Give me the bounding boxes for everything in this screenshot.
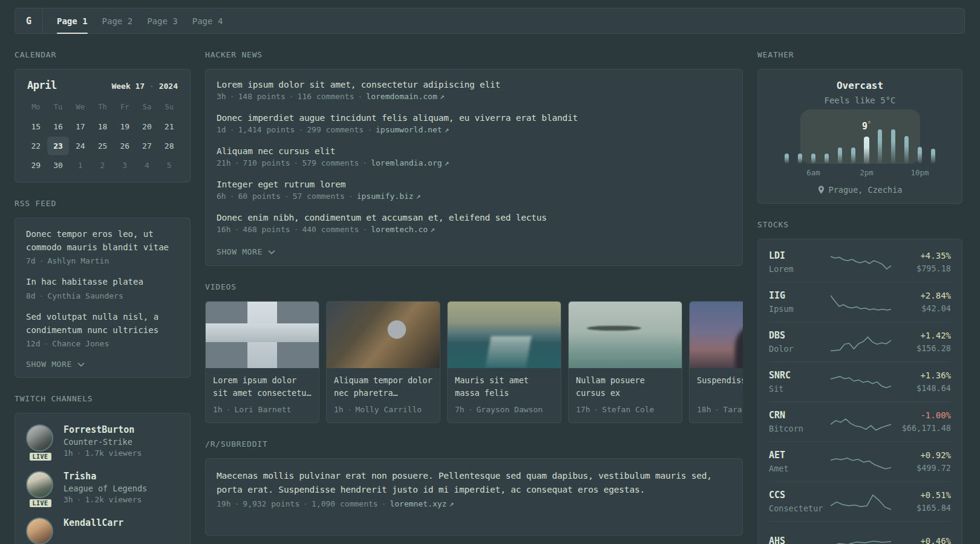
calendar-day[interactable]: 30 [47, 156, 70, 175]
avatar[interactable] [26, 424, 53, 452]
video-card[interactable]: Nullam posuere cursus ex17h·Stefan Cole [568, 301, 682, 423]
domain[interactable]: loremnet.xyz [390, 499, 446, 508]
video-card[interactable]: Aliquam tempor dolor nec pharetra…1h·Mol… [326, 301, 440, 423]
calendar-day[interactable]: 26 [114, 137, 136, 155]
live-badge: LIVE [28, 452, 52, 462]
calendar-day[interactable]: 3 [114, 156, 136, 175]
calendar-day[interactable]: 21 [158, 117, 180, 136]
video-title[interactable]: Aliquam tempor dolor nec pharetra… [334, 374, 433, 400]
stock-row[interactable]: SNRCSit+1.36%$148.64 [769, 361, 951, 401]
video-card-body: Mauris sit amet massa felis7h·Grayson Da… [448, 368, 561, 423]
subreddit-section-title: /R/SUBREDDIT [205, 439, 743, 448]
videos-widget: Lorem ipsum dolor sit amet consectetu…1h… [205, 301, 743, 423]
calendar-day[interactable]: 18 [91, 117, 114, 136]
video-thumbnail[interactable] [327, 302, 440, 368]
twitch-channel-name[interactable]: Trisha [64, 471, 147, 482]
hackernews-show-more-button[interactable]: SHOW MORE [217, 247, 275, 256]
avatar[interactable] [26, 471, 53, 498]
rss-item-meta: 12d·Chance Jones [26, 339, 179, 348]
video-card[interactable]: Suspendisse diam18h·Tara [689, 301, 743, 423]
stock-row[interactable]: IIGIpsum+2.84%$42.04 [769, 282, 951, 322]
tab-page-4[interactable]: Page 4 [192, 8, 223, 33]
hackernews-item-title[interactable]: Integer eget rutrum lorem [217, 180, 731, 189]
domain[interactable]: loremdomain.com [366, 92, 437, 101]
calendar-day[interactable]: 29 [25, 156, 47, 175]
rss-widget: Donec tempor eros leo, ut commodo mauris… [15, 218, 191, 378]
rss-show-more-button[interactable]: SHOW MORE [26, 360, 85, 369]
video-thumbnail[interactable] [206, 302, 319, 368]
stock-row[interactable]: AHS+0.46% [769, 521, 951, 544]
stock-row[interactable]: CRNBitcorn-1.00%$66,171.48 [769, 401, 951, 441]
domain[interactable]: ipsumify.biz [357, 192, 414, 201]
tab-page-3[interactable]: Page 3 [147, 8, 178, 33]
twitch-channel-row: LIVETrishaLeague of Legends3h·1.2k viewe… [26, 471, 179, 504]
subreddit-post-title[interactable]: Maecenas mollis pulvinar erat non posuer… [217, 469, 731, 497]
calendar-day[interactable]: 17 [69, 117, 91, 136]
stock-row[interactable]: AETAmet+0.92%$499.72 [769, 441, 951, 481]
hackernews-item-title[interactable]: Donec imperdiet augue tincidunt felis al… [217, 113, 731, 123]
video-thumbnail[interactable] [690, 302, 743, 368]
subreddit-widget: Maecenas mollis pulvinar erat non posuer… [205, 458, 743, 536]
hackernews-item-title[interactable]: Lorem ipsum dolor sit amet, consectetur … [217, 80, 731, 89]
video-title[interactable]: Nullam posuere cursus ex [576, 374, 675, 400]
calendar-day[interactable]: 1 [69, 156, 91, 175]
twitch-channel-name[interactable]: ForrestBurton [64, 424, 142, 435]
video-card[interactable]: Mauris sit amet massa felis7h·Grayson Da… [447, 301, 561, 423]
hackernews-item-title[interactable]: Donec enim nibh, condimentum et accumsan… [217, 213, 731, 222]
tab-page-1[interactable]: Page 1 [57, 8, 88, 33]
rss-item-meta: 7d·Ashlyn Martin [26, 256, 179, 265]
video-title[interactable]: Suspendisse diam [697, 374, 743, 400]
stock-info: CRNBitcorn [769, 410, 831, 433]
twitch-channel-game: League of Legends [64, 484, 147, 493]
stock-name: Lorem [769, 264, 831, 274]
calendar-day[interactable]: 22 [25, 137, 47, 155]
hackernews-item-title[interactable]: Aliquam nec cursus elit [217, 146, 731, 156]
weather-bar [798, 154, 802, 164]
twitch-channel-name[interactable]: KendallCarr [64, 517, 123, 528]
calendar-day[interactable]: 19 [114, 117, 136, 136]
stock-row[interactable]: CCSConsectetur+0.51%$165.84 [769, 481, 951, 521]
right-column: WEATHER Overcast Feels like 5°C 9° 6am2p… [757, 34, 962, 544]
tab-page-2[interactable]: Page 2 [102, 8, 133, 33]
calendar-day[interactable]: 2 [91, 156, 114, 175]
stock-row[interactable]: DBSDolor+1.42%$156.28 [769, 322, 951, 361]
video-title[interactable]: Lorem ipsum dolor sit amet consectetu… [213, 374, 312, 400]
page-tabs: Page 1Page 2Page 3Page 4 [43, 8, 223, 33]
avatar[interactable] [26, 517, 53, 544]
calendar-day[interactable]: 16 [47, 117, 70, 136]
video-title[interactable]: Mauris sit amet massa felis [455, 374, 554, 400]
rss-item-title[interactable]: Donec tempor eros leo, ut commodo mauris… [26, 228, 179, 254]
calendar-day[interactable]: 20 [136, 117, 158, 136]
app-logo[interactable]: G [15, 8, 43, 33]
separator-dot: · [348, 192, 353, 201]
stock-price: $499.72 [891, 463, 951, 473]
domain[interactable]: loremtech.co [371, 225, 428, 234]
calendar-day[interactable]: 24 [69, 137, 91, 155]
domain[interactable]: ipsumworld.net [376, 125, 442, 134]
calendar-day[interactable]: 27 [136, 137, 158, 155]
video-thumbnail[interactable] [448, 302, 561, 368]
weather-bar [838, 147, 842, 164]
calendar-day-current[interactable]: 23 [47, 137, 70, 155]
calendar-day[interactable]: 5 [158, 156, 180, 175]
calendar-day[interactable]: 15 [25, 117, 47, 136]
stock-info: AHS [769, 536, 831, 544]
stock-change: +4.35% [891, 251, 951, 261]
calendar-day[interactable]: 25 [91, 137, 114, 155]
domain[interactable]: loremlandia.org [371, 158, 442, 167]
stock-values: +4.35%$795.18 [891, 251, 951, 273]
dashboard-columns: CALENDAR April Week 17 · 2024 MoTuWeThFr… [0, 34, 980, 544]
video-card[interactable]: Lorem ipsum dolor sit amet consectetu…1h… [205, 301, 319, 423]
hackernews-item-meta: 3h·148 points·116 comments·loremdomain.c… [217, 92, 731, 101]
stock-row[interactable]: LDILorem+4.35%$795.18 [769, 242, 951, 282]
twitch-channel-info: KendallCarr [64, 517, 123, 544]
video-meta: 1h·Molly Carrillo [334, 405, 433, 414]
video-meta: 7h·Grayson Dawson [455, 405, 554, 414]
rss-item-title[interactable]: Sed volutpat nulla nisl, a condimentum n… [26, 311, 179, 337]
calendar-day[interactable]: 4 [136, 156, 158, 175]
stock-info: LDILorem [769, 250, 831, 274]
rss-item-title[interactable]: In hac habitasse platea [26, 276, 179, 289]
video-thumbnail[interactable] [569, 302, 682, 368]
calendar-day[interactable]: 28 [158, 137, 180, 155]
separator-dot: · [362, 158, 367, 167]
